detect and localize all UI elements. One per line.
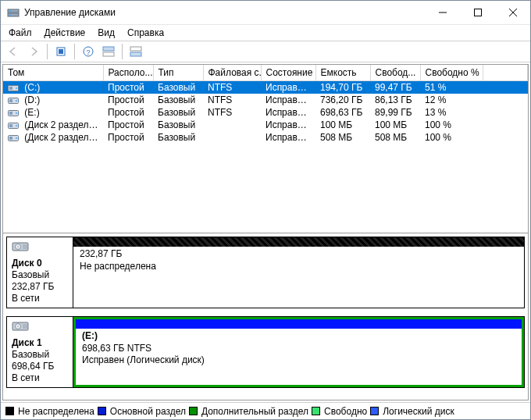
forward-button [24, 43, 43, 60]
vol-freepct: 100 % [420, 131, 483, 144]
menubar: Файл Действие Вид Справка [1, 24, 530, 41]
legend-logical: Логический диск [383, 406, 454, 417]
vol-fs: NTFS [203, 81, 261, 94]
disk-type: Базовый [12, 349, 68, 361]
svg-point-27 [16, 125, 17, 126]
vol-status: Исправен... [261, 81, 315, 94]
window-title: Управление дисками [24, 7, 425, 18]
toolbar-separator [74, 44, 75, 59]
svg-point-33 [17, 246, 19, 247]
vol-status: Исправен... [261, 119, 315, 131]
legend-primary: Основной раздел [110, 406, 186, 417]
vol-name: (Диск 2 раздел 1) [3, 119, 103, 131]
col-filler [483, 65, 528, 81]
menu-view[interactable]: Вид [91, 26, 121, 40]
vol-free: 86,13 ГБ [370, 94, 420, 106]
volume-row[interactable]: (Диск 2 раздел 1)ПростойБазовыйИсправен.… [3, 119, 528, 131]
svg-rect-15 [130, 52, 141, 56]
svg-rect-26 [9, 124, 12, 127]
svg-rect-34 [23, 244, 27, 249]
svg-rect-23 [9, 112, 12, 115]
svg-text:?: ? [86, 48, 90, 56]
vol-type: Базовый [153, 94, 203, 106]
disk-row: Диск 1Базовый698,64 ГБВ сети(E:)698,63 Г… [6, 316, 525, 388]
vol-capacity: 194,70 ГБ [315, 81, 370, 94]
vol-capacity: 698,63 ГБ [315, 106, 370, 119]
view-bottom-button[interactable] [127, 43, 145, 60]
vol-free: 508 МБ [370, 131, 420, 144]
disk-info[interactable]: Диск 0Базовый232,87 ГБВ сети [6, 237, 73, 308]
vol-capacity: 508 МБ [315, 131, 370, 144]
disk-graphical-scroll[interactable]: Диск 0Базовый232,87 ГБВ сети232,87 ГБНе … [3, 233, 528, 400]
vol-free: 100 МБ [370, 119, 420, 131]
svg-rect-29 [9, 137, 12, 140]
vol-freepct: 51 % [420, 81, 483, 94]
col-freepct[interactable]: Свободно % [420, 65, 483, 81]
menu-help[interactable]: Справка [121, 26, 170, 40]
disk-layout: 232,87 ГБНе распределена [73, 237, 525, 308]
partition-header-bar [76, 319, 522, 329]
disk-row: Диск 0Базовый232,87 ГБВ сети232,87 ГБНе … [6, 237, 525, 308]
col-status[interactable]: Состояние [261, 65, 315, 81]
legend-free: Свободно [324, 406, 367, 417]
vol-status: Исправен... [261, 106, 315, 119]
col-type[interactable]: Тип [153, 65, 203, 81]
close-button[interactable] [495, 1, 530, 24]
menu-action[interactable]: Действие [38, 26, 92, 40]
refresh-button[interactable] [52, 43, 70, 60]
disk-layout: (E:)698,63 ГБ NTFSИсправен (Логический д… [73, 316, 525, 388]
vol-layout: Простой [103, 81, 153, 94]
svg-rect-38 [23, 324, 27, 329]
view-top-button[interactable] [99, 43, 118, 60]
svg-point-21 [16, 100, 17, 101]
back-button [4, 43, 23, 60]
col-fs[interactable]: Файловая с... [203, 65, 261, 81]
vol-status: Исправен... [261, 94, 315, 106]
svg-point-3 [9, 14, 11, 16]
menu-file[interactable]: Файл [2, 26, 38, 40]
svg-rect-14 [130, 47, 141, 51]
svg-point-24 [16, 112, 17, 114]
minimize-button[interactable] [425, 1, 460, 24]
toolbar: ? [1, 41, 530, 62]
svg-point-30 [16, 137, 17, 139]
vol-capacity: 736,20 ГБ [315, 94, 370, 106]
volume-row[interactable]: (Диск 2 раздел 4)ПростойБазовыйИсправен.… [3, 131, 528, 144]
disk-name: Диск 1 [12, 337, 68, 349]
legend-extended: Дополнительный раздел [201, 406, 308, 417]
col-capacity[interactable]: Емкость [315, 65, 370, 81]
partition-name: (E:) [82, 330, 515, 343]
svg-rect-12 [103, 47, 114, 51]
volume-row[interactable]: (D:)ПростойБазовыйNTFSИсправен...736,20 … [3, 94, 528, 106]
svg-rect-17 [9, 87, 12, 90]
partition-size: 698,63 ГБ NTFS [82, 343, 515, 355]
help-button[interactable]: ? [79, 43, 98, 60]
svg-point-18 [16, 87, 17, 89]
content-area: Том Располо... Тип Файловая с... Состоян… [2, 64, 529, 400]
column-headers[interactable]: Том Располо... Тип Файловая с... Состоян… [3, 65, 528, 81]
col-free[interactable]: Свобод... [370, 65, 420, 81]
window-root: Управление дисками Файл Действие Вид Спр… [0, 0, 531, 420]
volume-row[interactable]: (E:)ПростойБазовыйNTFSИсправен...698,63 … [3, 106, 528, 119]
partition-unalloc[interactable]: 232,87 ГБНе распределена [73, 237, 524, 308]
partition-status: Исправен (Логический диск) [82, 354, 515, 367]
vol-freepct: 100 % [420, 119, 483, 131]
hard-disk-icon [12, 320, 68, 336]
volume-row[interactable]: (C:)ПростойБазовыйNTFSИсправен...194,70 … [3, 81, 528, 94]
legend-swatch-primary [98, 407, 106, 415]
vol-fs [203, 131, 261, 144]
vol-free: 89,99 ГБ [370, 106, 420, 119]
col-volume[interactable]: Том [3, 65, 103, 81]
vol-capacity: 100 МБ [315, 119, 370, 131]
svg-point-2 [9, 10, 11, 12]
col-layout[interactable]: Располо... [103, 65, 153, 81]
vol-type: Базовый [153, 81, 203, 94]
maximize-button[interactable] [460, 1, 495, 24]
legend-unalloc: Не распределена [18, 406, 94, 417]
vol-type: Базовый [153, 106, 203, 119]
partition-logical[interactable]: (E:)698,63 ГБ NTFSИсправен (Логический д… [73, 317, 524, 387]
disk-size: 698,64 ГБ [12, 361, 68, 372]
legend-swatch-unalloc [5, 407, 14, 415]
disk-graphical-pane: Диск 0Базовый232,87 ГБВ сети232,87 ГБНе … [3, 233, 528, 400]
disk-info[interactable]: Диск 1Базовый698,64 ГБВ сети [6, 316, 73, 388]
